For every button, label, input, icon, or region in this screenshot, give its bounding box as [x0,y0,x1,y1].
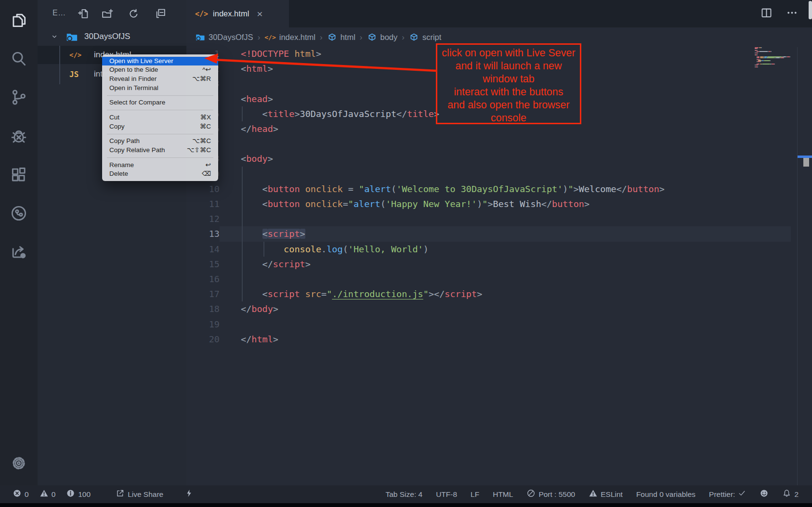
minimap-line [758,52,759,53]
menu-item-copy-path[interactable]: Copy Path⌥⌘C [102,137,218,146]
status-label: Tab Size: 4 [385,490,422,499]
breadcrumb-item-body[interactable]: body [367,32,398,42]
status-item-lf[interactable]: LF [471,490,479,499]
annotation-text: window tab [437,73,580,86]
code-token: < [262,289,268,299]
menu-item-open-in-terminal[interactable]: Open in Terminal [102,84,218,93]
overview-ruler-cursor-marker [798,156,812,158]
minimap-line [762,64,770,65]
status-item-bolt[interactable] [184,489,194,500]
status-right: Tab Size: 4UTF-8LFHTMLPort : 5500ESLintF… [385,489,799,500]
code-token: < [241,64,246,74]
code-token: script [268,289,300,299]
status-item-port-5500[interactable]: Port : 5500 [526,489,575,500]
error-icon [13,489,22,500]
status-item-prettier-[interactable]: Prettier: [709,489,746,499]
split-editor-icon[interactable] [760,6,773,21]
bolt-icon [184,489,194,500]
source-control-icon[interactable] [9,88,28,107]
code-text: </body> [241,301,278,316]
collapse-all-icon[interactable] [155,8,167,20]
menu-item-copy-relative-path[interactable]: Copy Relative Path⌥⇧⌘C [102,146,218,155]
code-token: > [273,334,278,344]
code-token [241,289,262,299]
code-line: 14 console.log('Hello, World') [186,242,812,257]
code-line: 16 [186,272,812,286]
code-token: </ [396,109,407,119]
share-arrow-icon[interactable] [9,242,28,261]
breadcrumb-item-index.html[interactable]: </>index.html [264,33,315,42]
scrollbar-pill[interactable] [809,1,812,19]
tab-label: index.html [213,9,249,18]
status-label: 0 [25,490,29,499]
menu-item-rename[interactable]: Rename↩ [102,161,218,170]
status-item-smiley[interactable] [760,489,769,500]
status-item-0[interactable]: 0 [13,489,29,500]
smiley-icon [760,489,769,500]
new-file-icon[interactable] [77,8,89,20]
code-text: <button onclick="alert('Happy New Year!'… [241,196,589,211]
code-token: ) [563,184,568,194]
menu-separator [107,157,213,158]
code-token: = [321,289,327,299]
menu-item-cut[interactable]: Cut⌘X [102,113,218,122]
breadcrumb-item-script[interactable]: script [409,32,441,42]
code-text: console.log('Hello, World') [241,242,429,257]
menu-item-delete[interactable]: Delete⌫ [102,169,218,179]
minimap-line [760,57,763,58]
status-item-eslint[interactable]: ESLint [589,489,623,500]
menu-item-copy[interactable]: Copy⌘C [102,122,218,131]
overview-ruler-handle[interactable] [803,158,809,167]
status-item-html[interactable]: HTML [493,490,513,499]
code-token: " [327,289,332,299]
extensions-icon[interactable] [9,165,28,184]
code-text: </html> [241,332,278,347]
status-item-tab-size-4[interactable]: Tab Size: 4 [385,490,422,499]
live-circle-icon[interactable] [9,204,28,223]
menu-item-open-to-the-side[interactable]: Open to the Side^↩ [102,65,218,75]
menu-item-reveal-in-finder[interactable]: Reveal in Finder⌥⌘R [102,75,218,84]
code-token: < [262,199,268,209]
code-token: > [294,109,300,119]
explorer-header: E… [38,0,186,27]
code-token: </ [241,304,251,314]
new-folder-icon[interactable] [101,8,113,20]
ellipsis-icon[interactable] [786,6,799,21]
status-item-found-0-variables[interactable]: Found 0 variables [636,490,695,499]
code-token: log [327,244,342,254]
menu-item-open-with-live-server[interactable]: Open with Live Server [102,57,218,66]
close-icon[interactable]: × [257,9,262,19]
status-label: Live Share [128,490,163,499]
status-item-2[interactable]: 2 [782,489,799,500]
breadcrumb-item-30DaysOfJS[interactable]: 30DaysOfJS [195,32,253,42]
code-line: 7 [186,136,812,151]
code-token: alert [364,184,391,194]
line-number: 13 [186,226,220,241]
share-icon [116,489,125,500]
files-icon[interactable] [9,11,28,30]
status-item-utf-8[interactable]: UTF-8 [436,490,457,499]
code-line: 20</html> [186,332,812,347]
code-line: 18</body> [186,301,812,316]
activity-bar [0,0,38,485]
refresh-icon[interactable] [128,8,140,20]
line-number: 18 [186,301,220,316]
status-item-0[interactable]: 0 [39,489,56,500]
status-item-100[interactable]: 100 [66,489,91,500]
search-icon[interactable] [9,49,28,68]
debug-icon[interactable] [9,127,28,146]
menu-item-label: Copy Path [109,137,140,146]
annotation-text: and it will launch a new [437,60,580,73]
code-token: > [584,199,589,209]
code-token: = [343,184,359,194]
breadcrumb-label: index.html [279,33,315,42]
gear-icon[interactable] [9,454,28,473]
menu-item-select-for-compare[interactable]: Select for Compare [102,98,218,107]
code-token: ) [423,244,429,254]
breadcrumb-item-html[interactable]: html [327,32,355,42]
tree-item-folder[interactable]: 30DaysOfJS [38,28,186,45]
code-text: <script> [241,226,305,241]
menu-item-label: Rename [109,161,134,170]
status-item-live-share[interactable]: Live Share [116,489,163,500]
tab-index-html[interactable]: </> index.html × [186,0,289,27]
